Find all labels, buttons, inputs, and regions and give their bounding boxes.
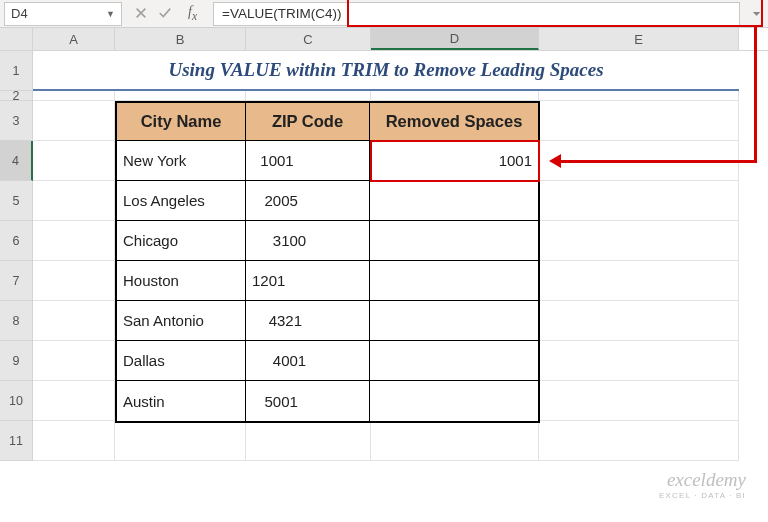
row-header-8[interactable]: 8: [0, 301, 33, 341]
row-header-9[interactable]: 9: [0, 341, 33, 381]
watermark-title: exceldemy: [659, 469, 746, 491]
formula-bar: D4 ▼ fx =VALUE(TRIM(C4)) ⏷: [0, 0, 768, 28]
formula-text: =VALUE(TRIM(C4)): [222, 6, 341, 21]
row-header-11[interactable]: 11: [0, 421, 33, 461]
cell-removed[interactable]: [370, 181, 538, 221]
name-box[interactable]: D4 ▼: [4, 2, 122, 26]
table-row: New York 10011001: [117, 141, 538, 181]
cell-city[interactable]: Austin: [117, 381, 246, 421]
watermark-sub: Excel · Data · BI: [659, 491, 746, 500]
cell-city[interactable]: Chicago: [117, 221, 246, 261]
cell-removed[interactable]: 1001: [370, 141, 538, 181]
col-header-d[interactable]: D: [371, 28, 539, 50]
formula-input[interactable]: =VALUE(TRIM(C4)): [213, 2, 740, 26]
row-header-7[interactable]: 7: [0, 261, 33, 301]
table-row: San Antonio 4321: [117, 301, 538, 341]
row-headers: 1 2 3 4 5 6 7 8 9 10 11: [0, 51, 33, 461]
table-row: Los Angeles 2005: [117, 181, 538, 221]
cell-city[interactable]: New York: [117, 141, 246, 181]
callout-line-h: [561, 160, 756, 163]
row-header-5[interactable]: 5: [0, 181, 33, 221]
table-row: Chicago 3100: [117, 221, 538, 261]
table-row: Dallas 4001: [117, 341, 538, 381]
row-header-2[interactable]: 2: [0, 91, 33, 101]
row-header-4[interactable]: 4: [0, 141, 33, 181]
cell-city[interactable]: Houston: [117, 261, 246, 301]
cell-zip[interactable]: 1001: [246, 141, 370, 181]
cell-city[interactable]: Los Angeles: [117, 181, 246, 221]
cell-zip[interactable]: 5001: [246, 381, 370, 421]
callout-line-v: [754, 27, 757, 163]
col-header-e[interactable]: E: [539, 28, 739, 50]
cell-city[interactable]: San Antonio: [117, 301, 246, 341]
cell-zip[interactable]: 4001: [246, 341, 370, 381]
grid-body: 1 2 3 4 5 6 7 8 9 10 11 Using VALUE with…: [0, 51, 768, 461]
table-header-row: City Name ZIP Code Removed Spaces: [117, 103, 538, 141]
formula-bar-buttons: fx: [124, 4, 213, 23]
cell-zip[interactable]: 2005: [246, 181, 370, 221]
data-table: City Name ZIP Code Removed Spaces New Yo…: [115, 101, 540, 423]
row-header-10[interactable]: 10: [0, 381, 33, 421]
table-row: Austin 5001: [117, 381, 538, 421]
cell-removed[interactable]: [370, 261, 538, 301]
cell-city[interactable]: Dallas: [117, 341, 246, 381]
cell-zip[interactable]: 4321: [246, 301, 370, 341]
sheet-title: Using VALUE within TRIM to Remove Leadin…: [33, 51, 739, 91]
cell-removed[interactable]: [370, 221, 538, 261]
sheet-area[interactable]: Using VALUE within TRIM to Remove Leadin…: [33, 51, 768, 461]
enter-icon[interactable]: [158, 6, 172, 20]
cell-zip[interactable]: 1201: [246, 261, 370, 301]
th-city: City Name: [117, 103, 246, 141]
chevron-down-icon[interactable]: ▼: [106, 9, 115, 19]
row-header-6[interactable]: 6: [0, 221, 33, 261]
col-header-b[interactable]: B: [115, 28, 246, 50]
expand-icon[interactable]: ⏷: [746, 8, 768, 19]
name-box-value: D4: [11, 6, 28, 21]
cancel-icon[interactable]: [134, 6, 148, 20]
col-header-c[interactable]: C: [246, 28, 371, 50]
col-header-a[interactable]: A: [33, 28, 115, 50]
watermark: exceldemy Excel · Data · BI: [659, 469, 746, 500]
cell-zip[interactable]: 3100: [246, 221, 370, 261]
select-all-cell[interactable]: [0, 28, 33, 50]
cell-removed[interactable]: [370, 341, 538, 381]
th-zip: ZIP Code: [246, 103, 370, 141]
column-headers: A B C D E: [0, 28, 768, 51]
cell-removed[interactable]: [370, 381, 538, 421]
cell-removed[interactable]: [370, 301, 538, 341]
fx-icon[interactable]: fx: [182, 4, 203, 23]
row-header-3[interactable]: 3: [0, 101, 33, 141]
row-header-1[interactable]: 1: [0, 51, 33, 91]
table-row: Houston1201: [117, 261, 538, 301]
th-removed: Removed Spaces: [370, 103, 538, 141]
callout-arrow-icon: [549, 154, 561, 168]
